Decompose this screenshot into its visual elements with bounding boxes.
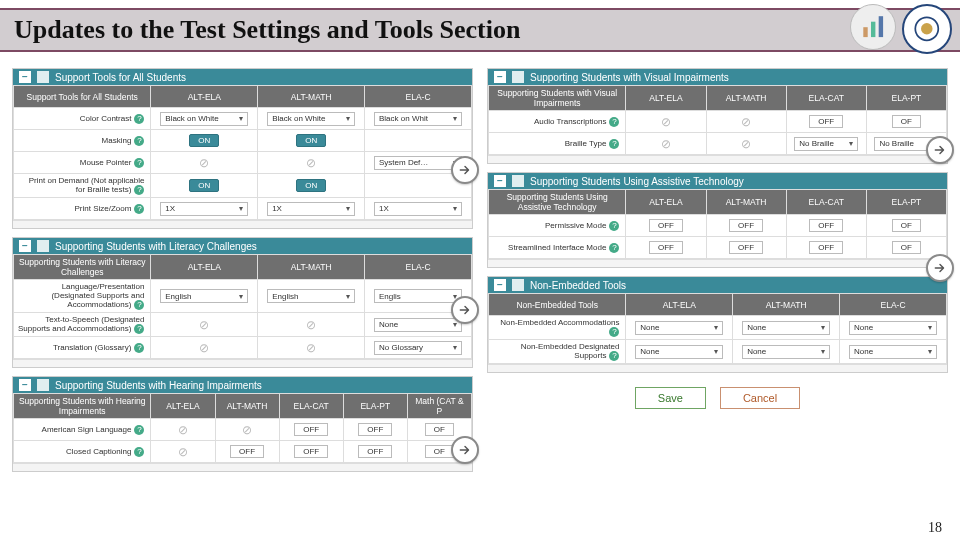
dropdown[interactable]: None▾ [635,345,723,359]
help-icon[interactable]: ? [134,158,144,168]
svg-point-4 [921,23,932,34]
callout-arrow-icon [451,436,479,464]
action-buttons: Save Cancel [487,381,948,409]
panel-header[interactable]: − Supporting Students with Hearing Impai… [13,377,472,393]
setting-cell: ⊘ [258,152,365,174]
off-toggle[interactable]: OFF [809,219,843,232]
help-icon[interactable]: ? [134,324,144,334]
dropdown[interactable]: Englis▾ [374,289,462,303]
dropdown[interactable]: System Def…▾ [374,156,462,170]
dropdown[interactable]: No Glossary▾ [374,341,462,355]
dropdown[interactable]: Black on Whit▾ [374,112,462,126]
help-icon[interactable]: ? [134,204,144,214]
horizontal-scrollbar[interactable] [488,259,947,267]
setting-cell: ⊘ [151,313,258,337]
panel-category-icon [512,279,524,291]
column-header: ELA-C [840,294,947,316]
dropdown[interactable]: None▾ [849,321,937,335]
off-toggle[interactable]: OF [425,445,454,458]
collapse-icon[interactable]: − [19,379,31,391]
dropdown[interactable]: English▾ [160,289,248,303]
help-icon[interactable]: ? [609,243,619,253]
dropdown[interactable]: 1X▾ [374,202,462,216]
dropdown[interactable]: None▾ [742,321,830,335]
column-header: Support Tools for All Students [14,86,151,108]
dropdown[interactable]: None▾ [635,321,723,335]
horizontal-scrollbar[interactable] [488,155,947,163]
column-header: ALT-ELA [151,394,215,419]
off-toggle[interactable]: OFF [649,241,683,254]
cancel-button[interactable]: Cancel [720,387,800,409]
off-toggle[interactable]: OFF [729,219,763,232]
help-icon[interactable]: ? [134,447,144,457]
on-toggle[interactable]: ON [296,134,326,147]
column-header: ALT-ELA [626,190,706,215]
dropdown[interactable]: No Braille▾ [794,137,858,151]
dropdown[interactable]: 1X▾ [160,202,248,216]
off-toggle[interactable]: OFF [729,241,763,254]
panel-header[interactable]: − Supporting Students with Literacy Chal… [13,238,472,254]
on-toggle[interactable]: ON [189,134,219,147]
disabled-icon: ⊘ [199,156,209,170]
setting-cell: 1X▾ [258,198,365,220]
off-toggle[interactable]: OFF [809,115,843,128]
help-icon[interactable]: ? [134,343,144,353]
help-icon[interactable]: ? [134,114,144,124]
help-icon[interactable]: ? [609,327,619,337]
horizontal-scrollbar[interactable] [488,364,947,372]
chevron-down-icon: ▾ [849,139,853,148]
collapse-icon[interactable]: − [494,279,506,291]
setting-label: Audio Transcriptions? [489,111,626,133]
setting-cell: OFF [626,237,706,259]
off-toggle[interactable]: OF [425,423,454,436]
right-column: − Supporting Students with Visual Impair… [487,68,948,508]
help-icon[interactable]: ? [134,185,144,195]
off-toggle[interactable]: OFF [809,241,843,254]
panel-header[interactable]: − Support Tools for All Students [13,69,472,85]
dropdown[interactable]: Black on White▾ [160,112,248,126]
on-toggle[interactable]: ON [296,179,326,192]
collapse-icon[interactable]: − [494,71,506,83]
collapse-icon[interactable]: − [19,71,31,83]
setting-label: Mouse Pointer? [14,152,151,174]
on-toggle[interactable]: ON [189,179,219,192]
horizontal-scrollbar[interactable] [13,463,472,471]
dropdown[interactable]: Black on White▾ [267,112,355,126]
dropdown[interactable]: None▾ [374,318,462,332]
content-area: − Support Tools for All Students Support… [0,62,960,514]
off-toggle[interactable]: OFF [649,219,683,232]
disabled-icon: ⊘ [178,445,188,459]
off-toggle[interactable]: OFF [294,423,328,436]
help-icon[interactable]: ? [609,139,619,149]
dropdown[interactable]: 1X▾ [267,202,355,216]
off-toggle[interactable]: OFF [358,445,392,458]
setting-cell: OFF [626,215,706,237]
help-icon[interactable]: ? [134,136,144,146]
off-toggle[interactable]: OFF [294,445,328,458]
save-button[interactable]: Save [635,387,706,409]
panel-header[interactable]: − Non-Embedded Tools [488,277,947,293]
help-icon[interactable]: ? [609,351,619,361]
dropdown[interactable]: None▾ [849,345,937,359]
help-icon[interactable]: ? [609,221,619,231]
horizontal-scrollbar[interactable] [13,220,472,228]
off-toggle[interactable]: OFF [230,445,264,458]
off-toggle[interactable]: OF [892,219,921,232]
chevron-down-icon: ▾ [714,347,718,356]
help-icon[interactable]: ? [609,117,619,127]
help-icon[interactable]: ? [134,300,144,310]
off-toggle[interactable]: OF [892,241,921,254]
collapse-icon[interactable]: − [494,175,506,187]
setting-cell: OFF [343,441,407,463]
collapse-icon[interactable]: − [19,240,31,252]
dropdown[interactable]: None▾ [742,345,830,359]
dropdown[interactable]: English▾ [267,289,355,303]
svg-rect-2 [878,16,882,37]
panel-header[interactable]: − Supporting Students with Visual Impair… [488,69,947,85]
off-toggle[interactable]: OF [892,115,921,128]
column-header: ALT-MATH [258,86,365,108]
horizontal-scrollbar[interactable] [13,359,472,367]
panel-header[interactable]: − Supporting Students Using Assistive Te… [488,173,947,189]
off-toggle[interactable]: OFF [358,423,392,436]
help-icon[interactable]: ? [134,425,144,435]
